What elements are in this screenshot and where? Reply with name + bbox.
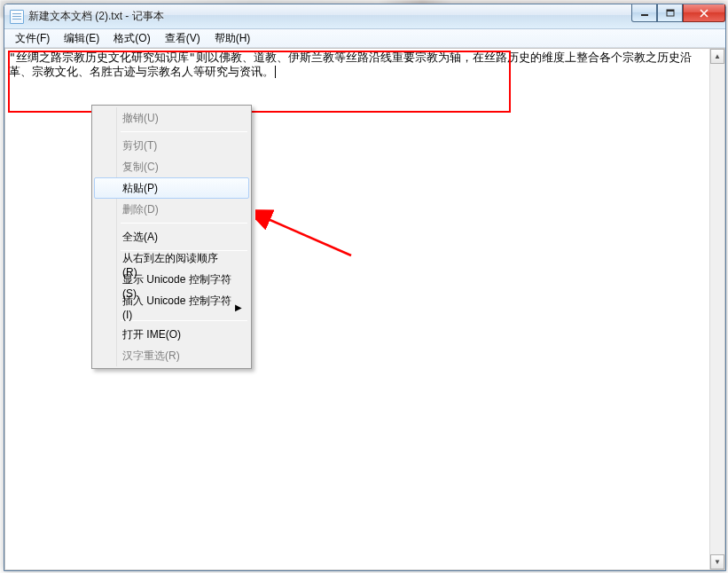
svg-rect-0 [641, 14, 648, 16]
svg-rect-2 [667, 10, 674, 12]
notepad-icon [10, 10, 24, 24]
menu-format[interactable]: 格式(O) [106, 29, 157, 48]
menu-item-select-all[interactable]: 全选(A) [94, 226, 249, 247]
submenu-arrow-icon: ▶ [235, 302, 242, 312]
maximize-button[interactable] [657, 4, 683, 22]
menu-item-reconvert[interactable]: 汉字重选(R) [94, 345, 249, 366]
menu-item-open-ime[interactable]: 打开 IME(O) [94, 324, 249, 345]
window-title: 新建文本文档 (2).txt - 记事本 [28, 9, 164, 24]
titlebar[interactable]: 新建文本文档 (2).txt - 记事本 [4, 4, 725, 29]
menu-item-copy[interactable]: 复制(C) [94, 156, 249, 177]
menu-view[interactable]: 查看(V) [158, 29, 207, 48]
menu-file[interactable]: 文件(F) [8, 29, 57, 48]
menu-help[interactable]: 帮助(H) [207, 29, 258, 48]
window-controls [631, 4, 725, 22]
menubar: 文件(F) 编辑(E) 格式(O) 查看(V) 帮助(H) [4, 29, 725, 48]
menu-item-cut[interactable]: 剪切(T) [94, 135, 249, 156]
menu-item-undo[interactable]: 撤销(U) [94, 107, 249, 129]
menu-item-insert-unicode[interactable]: 插入 Unicode 控制字符(I)▶ [94, 296, 249, 318]
menu-item-paste[interactable]: 粘贴(P) [94, 177, 249, 199]
scroll-up-button[interactable]: ▲ [710, 49, 724, 64]
document-text: "丝绸之路宗教历史文化研究知识库"则以佛教、道教、伊斯兰教等丝路沿线重要宗教为轴… [9, 51, 692, 78]
text-caret [275, 66, 276, 78]
context-menu: 撤销(U) 剪切(T) 复制(C) 粘贴(P) 删除(D) 全选(A) 从右到左… [91, 105, 252, 369]
menu-item-delete[interactable]: 删除(D) [94, 199, 249, 220]
scroll-down-button[interactable]: ▼ [710, 554, 724, 569]
vertical-scrollbar[interactable]: ▲ ▼ [709, 49, 724, 569]
menu-edit[interactable]: 编辑(E) [57, 29, 106, 48]
minimize-button[interactable] [631, 4, 657, 22]
menu-separator [121, 223, 247, 224]
close-button[interactable] [683, 4, 725, 22]
menu-separator [121, 131, 247, 132]
